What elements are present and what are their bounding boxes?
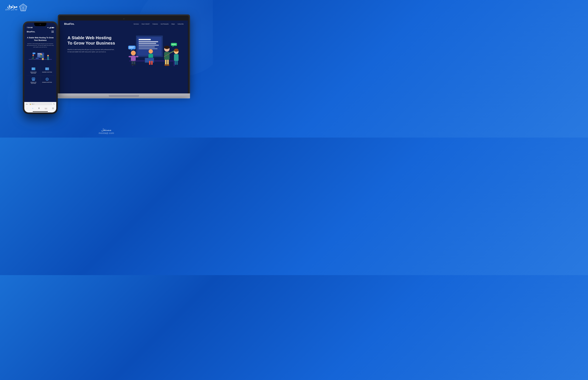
phone-hero-section: A Stable Web Hosting To Grow Your Busine… [24,34,56,88]
svg-rect-71 [132,61,133,65]
service-shared-label: SHARED HOSTING [42,72,52,73]
svg-rect-30 [48,59,49,60]
nav-back-button[interactable]: ‹ [27,107,28,110]
laptop-screen: BlueFire. Services How It Work? Features… [60,20,188,94]
svg-rect-57 [139,41,158,42]
svg-marker-99 [172,46,174,47]
nav-tabs-icon[interactable]: ⊡ [52,107,54,110]
phone-screen: BlueFire. A Stable Web Hosting To Grow Y… [24,29,56,102]
nav-subscribe[interactable]: Subscribe [178,23,184,25]
nav-forward-button[interactable]: › [32,107,33,110]
laptop-device: BlueFire. Services How It Work? Features… [58,15,190,98]
svg-marker-95 [131,49,132,51]
bluefire-navbar: BlueFire. Services How It Work? Features… [60,20,188,27]
svg-rect-36 [32,69,34,70]
mostaql-watermark: مستقل mostaql.com [99,128,114,134]
hamburger-menu-icon[interactable] [51,31,54,33]
svg-rect-33 [32,68,34,68]
browser-url-bar[interactable]: 🔒 file:// [28,103,53,105]
phone-browser-bar: Aa 🔒 file:// ↻ [24,102,56,106]
phone-status-icons: 5G [47,27,54,28]
service-dedicated: DEDICATED HOSTING [27,65,40,76]
svg-rect-20 [32,58,34,60]
laptop-screen-outer: BlueFire. Services How It Work? Features… [58,15,190,94]
phone-illustration [27,50,54,63]
phone-device: 7:54 AM 5G [23,21,58,114]
phone-services-grid: DEDICATED HOSTING [27,65,54,86]
svg-point-27 [47,55,49,57]
svg-rect-91 [176,61,178,65]
svg-rect-48 [32,80,35,81]
team-illustration-svg [124,32,180,69]
svg-rect-85 [167,60,169,65]
laptop-camera-area [60,17,188,20]
svg-rect-16 [42,58,43,60]
mostaql-arabic: مستقل [99,128,114,132]
svg-rect-94 [128,46,136,49]
phone-inner: 7:54 AM 5G [24,23,56,113]
reseller-icon [31,77,36,81]
bluefire-hero-text: A Stable Web Hosting To Grow Your Busine… [68,32,122,53]
svg-rect-42 [46,69,47,70]
phone-hero-title: A Stable Web Hosting To Grow Your Busine… [27,37,54,42]
svg-point-75 [149,49,153,54]
svg-rect-97 [129,48,133,48]
ham-line-3 [51,32,54,33]
svg-rect-84 [165,60,167,65]
laptop-screen-bezel: BlueFire. Services How It Work? Features… [59,16,189,94]
svg-point-32 [35,68,35,68]
svg-rect-13 [40,55,42,58]
nav-share-icon[interactable]: ⬆ [38,107,40,110]
svg-rect-39 [46,68,47,68]
svg-rect-44 [32,78,33,79]
svg-rect-45 [34,78,35,79]
nav-get-rewards[interactable]: Get Rewards [161,23,169,25]
svg-rect-69 [129,56,131,57]
svg-rect-24 [36,58,38,59]
svg-rect-70 [136,56,138,57]
phone-nav-bar: ‹ › ⬆ 📖 ⊡ [24,106,56,111]
nav-features[interactable]: Features [152,23,158,25]
nav-bookmark-icon[interactable]: 📖 [45,107,47,110]
svg-point-67 [131,51,136,56]
home-bar [33,111,48,112]
svg-rect-90 [175,61,176,65]
devices-container: 7:54 AM 5G [0,0,213,137]
svg-rect-58 [139,43,156,44]
svg-point-35 [35,69,35,70]
bluefire-nav-links: Services How It Work? Features Get Rewar… [134,23,184,25]
dedicated-icon [31,67,36,71]
svg-rect-28 [47,57,49,59]
ham-line-1 [51,31,54,31]
phone-nav: BlueFire. [24,29,56,34]
phone-signal-icon [49,27,51,28]
phone-time: 7:54 AM [27,27,33,28]
laptop-camera-icon [123,19,124,19]
svg-rect-59 [139,45,159,46]
bluefire-hero-desc: BlueFire is web hosing that will grow up… [68,49,116,53]
phone-brand: BlueFire. [27,31,35,33]
svg-rect-89 [174,54,178,61]
svg-rect-17 [43,58,44,60]
svg-rect-9 [38,54,43,55]
nav-how-it-works[interactable]: How It Work? [142,23,150,25]
mostaql-english: mostaql.com [99,132,114,134]
svg-rect-46 [33,80,33,80]
phone-camera [40,24,41,25]
bluefire-hero-title: A Stable Web Hosting To Grow Your Busine… [68,35,122,46]
nav-steps[interactable]: Steps [171,23,175,25]
service-dedicated-label: DEDICATED HOSTING [28,72,39,74]
phone-notch [34,23,46,26]
service-shared: SHARED HOSTING [40,65,54,76]
domain-icon [45,77,49,81]
svg-point-74 [133,64,136,65]
svg-point-87 [167,64,169,66]
svg-rect-47 [34,80,34,80]
browser-aa: Aa [26,103,28,105]
nav-services[interactable]: Services [134,23,139,25]
service-reseller-label: RESELLER HOSTING [28,82,39,84]
svg-rect-93 [151,61,153,65]
browser-refresh-icon[interactable]: ↻ [53,103,55,105]
svg-rect-25 [33,53,36,54]
phone-battery-icon [51,27,54,28]
